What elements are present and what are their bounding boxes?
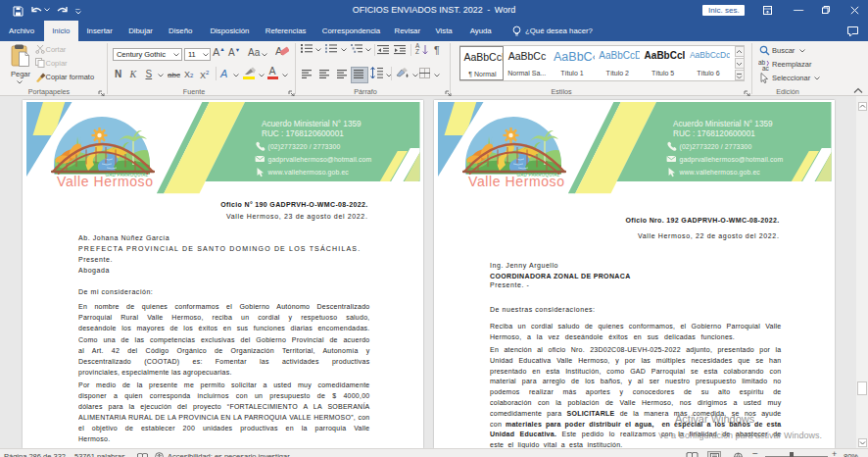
svg-text:Valle Hermoso: Valle Hermoso — [468, 174, 565, 189]
svg-text:ac: ac — [762, 65, 770, 71]
svg-text:Valle Hermoso: Valle Hermoso — [57, 174, 154, 189]
svg-text:www.vallehermoso.gob.ec: www.vallehermoso.gob.ec — [267, 169, 350, 177]
svg-text:Acuerdo Ministerial N° 1359: Acuerdo Ministerial N° 1359 — [673, 120, 773, 128]
svg-text:RUC : 1768120600001: RUC : 1768120600001 — [673, 129, 755, 138]
svg-text:www.vallehermoso.gob.ec: www.vallehermoso.gob.ec — [679, 169, 761, 177]
svg-text:Acuerdo Ministerial N° 1359: Acuerdo Ministerial N° 1359 — [262, 120, 362, 128]
svg-text:(02)2773220 / 2773300: (02)2773220 / 2773300 — [268, 143, 341, 151]
svg-text:RUC : 1768120600001: RUC : 1768120600001 — [262, 129, 344, 138]
svg-text:gadprvallehermoso@hotmail.com: gadprvallehermoso@hotmail.com — [268, 156, 372, 164]
svg-text:(02)2773220 / 2773300: (02)2773220 / 2773300 — [680, 143, 752, 151]
svg-text:gadprvallehermoso@hotmail.com: gadprvallehermoso@hotmail.com — [680, 156, 784, 164]
